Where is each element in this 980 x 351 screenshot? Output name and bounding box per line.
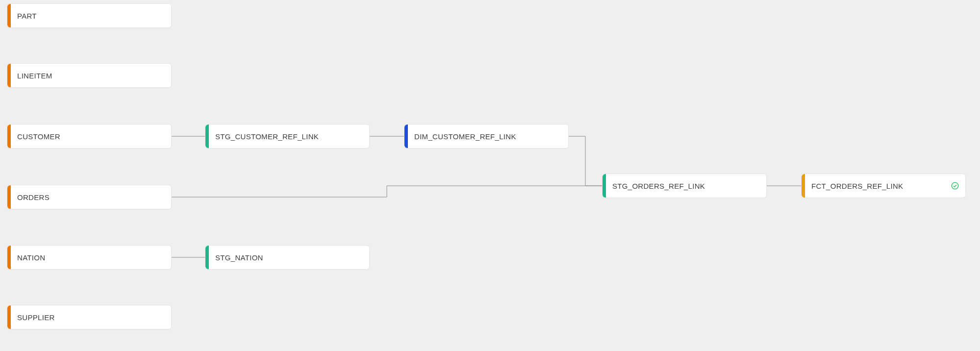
node-label: FCT_ORDERS_REF_LINK	[811, 182, 903, 190]
node-label: SUPPLIER	[17, 313, 55, 322]
node-accent	[802, 174, 805, 198]
node-dim-customer-ref-link[interactable]: DIM_CUSTOMER_REF_LINK	[404, 124, 569, 149]
node-accent	[7, 125, 11, 148]
node-label: DIM_CUSTOMER_REF_LINK	[414, 132, 516, 141]
node-orders[interactable]: ORDERS	[7, 185, 172, 209]
node-stg-orders-ref-link[interactable]: STG_ORDERS_REF_LINK	[602, 174, 767, 198]
node-label: LINEITEM	[17, 72, 52, 80]
node-accent	[603, 174, 606, 198]
node-part[interactable]: PART	[7, 3, 172, 28]
node-customer[interactable]: CUSTOMER	[7, 124, 172, 149]
edge	[569, 136, 602, 186]
node-accent	[7, 305, 11, 329]
status-success-icon	[951, 181, 959, 190]
node-nation[interactable]: NATION	[7, 245, 172, 270]
node-label: ORDERS	[17, 193, 50, 201]
svg-point-0	[952, 182, 958, 189]
node-accent	[7, 4, 11, 27]
node-accent	[205, 246, 209, 269]
node-label: PART	[17, 12, 37, 20]
node-supplier[interactable]: SUPPLIER	[7, 305, 172, 329]
node-accent	[404, 125, 408, 148]
node-label: NATION	[17, 253, 45, 262]
node-accent	[7, 246, 11, 269]
node-label: STG_CUSTOMER_REF_LINK	[215, 132, 319, 141]
lineage-canvas[interactable]: PART LINEITEM CUSTOMER ORDERS NATION SUP…	[0, 0, 980, 351]
node-fct-orders-ref-link[interactable]: FCT_ORDERS_REF_LINK	[801, 174, 966, 198]
node-accent	[7, 64, 11, 87]
node-stg-customer-ref-link[interactable]: STG_CUSTOMER_REF_LINK	[205, 124, 370, 149]
node-stg-nation[interactable]: STG_NATION	[205, 245, 370, 270]
node-label: STG_ORDERS_REF_LINK	[612, 182, 705, 190]
node-lineitem[interactable]: LINEITEM	[7, 63, 172, 88]
node-accent	[205, 125, 209, 148]
node-label: STG_NATION	[215, 253, 263, 262]
node-label: CUSTOMER	[17, 132, 60, 141]
node-accent	[7, 185, 11, 209]
edge	[172, 186, 602, 197]
